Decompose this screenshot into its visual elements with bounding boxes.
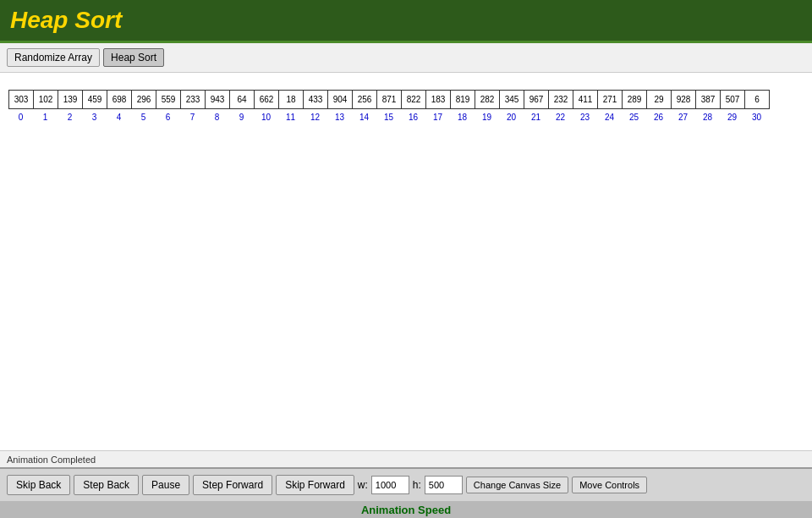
bottom-controls: Skip Back Step Back Pause Step Forward S… xyxy=(0,467,812,501)
array-value-cell: 139 xyxy=(58,91,83,109)
array-value-cell: 233 xyxy=(181,91,206,109)
animation-speed-label: Animation Speed xyxy=(361,504,451,516)
array-value-cell: 698 xyxy=(107,91,132,109)
array-index-cell: 7 xyxy=(180,109,205,124)
main-canvas: 3031021394596982965592339436466218433904… xyxy=(0,73,812,450)
array-value-cell: 64 xyxy=(230,91,255,109)
array-value-cell: 102 xyxy=(34,91,58,109)
move-controls-button[interactable]: Move Controls xyxy=(572,477,647,493)
toolbar: Randomize Array Heap Sort xyxy=(0,43,812,73)
array-index-cell: 20 xyxy=(499,109,524,124)
array-index-cell: 1 xyxy=(33,109,58,124)
array-index-cell: 0 xyxy=(8,109,33,124)
width-input[interactable] xyxy=(371,476,409,494)
array-value-cell: 411 xyxy=(573,91,598,109)
status-message: Animation Completed xyxy=(7,455,96,465)
array-index-cell: 29 xyxy=(720,109,744,124)
array-value-cell: 822 xyxy=(402,91,426,109)
array-index-cell: 12 xyxy=(303,109,327,124)
array-index-cell: 13 xyxy=(327,109,352,124)
header: Heap Sort xyxy=(0,0,812,43)
array-value-cell: 967 xyxy=(524,91,549,109)
change-canvas-button[interactable]: Change Canvas Size xyxy=(466,477,568,493)
height-input[interactable] xyxy=(425,476,463,494)
array-value-cell: 433 xyxy=(304,91,328,109)
array-value-cell: 387 xyxy=(696,91,721,109)
width-label: w: xyxy=(358,479,368,491)
array-display: 3031021394596982965592339436466218433904… xyxy=(8,90,770,124)
array-value-cell: 289 xyxy=(623,91,647,109)
array-value-cell: 303 xyxy=(9,91,34,109)
array-value-cell: 29 xyxy=(647,91,672,109)
array-index-cell: 16 xyxy=(401,109,425,124)
canvas-size-controls: w: h: Change Canvas Size Move Controls xyxy=(358,476,647,494)
array-index-cell: 9 xyxy=(229,109,254,124)
array-value-cell: 943 xyxy=(206,91,230,109)
randomize-array-button[interactable]: Randomize Array xyxy=(7,48,100,67)
array-value-cell: 507 xyxy=(721,91,745,109)
array-value-cell: 662 xyxy=(255,91,279,109)
skip-forward-button[interactable]: Skip Forward xyxy=(276,475,354,495)
array-index-cell: 14 xyxy=(352,109,376,124)
array-value-cell: 459 xyxy=(83,91,107,109)
array-value-cell: 296 xyxy=(132,91,156,109)
pause-button[interactable]: Pause xyxy=(142,475,189,495)
array-values-row: 3031021394596982965592339436466218433904… xyxy=(8,90,770,109)
animation-speed-bar: Animation Speed xyxy=(0,501,812,518)
array-value-cell: 256 xyxy=(353,91,377,109)
array-index-cell: 2 xyxy=(58,109,82,124)
status-bar: Animation Completed xyxy=(0,450,812,467)
array-index-cell: 22 xyxy=(548,109,573,124)
array-value-cell: 282 xyxy=(475,91,500,109)
array-value-cell: 559 xyxy=(156,91,181,109)
array-index-cell: 8 xyxy=(205,109,229,124)
array-index-cell: 25 xyxy=(622,109,646,124)
array-value-cell: 345 xyxy=(500,91,524,109)
array-index-cell: 15 xyxy=(376,109,401,124)
array-value-cell: 871 xyxy=(377,91,402,109)
skip-back-button[interactable]: Skip Back xyxy=(7,475,70,495)
array-index-cell: 17 xyxy=(425,109,450,124)
step-forward-button[interactable]: Step Forward xyxy=(193,475,272,495)
array-index-cell: 10 xyxy=(254,109,278,124)
array-index-cell: 4 xyxy=(107,109,131,124)
array-value-cell: 18 xyxy=(279,91,304,109)
array-index-cell: 19 xyxy=(475,109,499,124)
array-index-cell: 27 xyxy=(671,109,695,124)
array-index-cell: 6 xyxy=(156,109,180,124)
array-value-cell: 183 xyxy=(426,91,451,109)
height-label: h: xyxy=(413,479,421,491)
array-indices-row: 0123456789101112131415161718192021222324… xyxy=(8,109,770,124)
array-index-cell: 24 xyxy=(597,109,622,124)
array-index-cell: 21 xyxy=(524,109,548,124)
array-value-cell: 819 xyxy=(451,91,475,109)
array-index-cell: 26 xyxy=(646,109,671,124)
step-back-button[interactable]: Step Back xyxy=(74,475,139,495)
heap-sort-button[interactable]: Heap Sort xyxy=(103,48,164,67)
array-value-cell: 928 xyxy=(672,91,696,109)
array-value-cell: 904 xyxy=(328,91,353,109)
array-index-cell: 18 xyxy=(450,109,475,124)
array-index-cell: 3 xyxy=(82,109,107,124)
array-index-cell: 11 xyxy=(278,109,303,124)
array-index-cell: 28 xyxy=(695,109,720,124)
array-value-cell: 271 xyxy=(598,91,623,109)
array-value-cell: 6 xyxy=(745,91,770,109)
array-index-cell: 23 xyxy=(573,109,597,124)
page-title: Heap Sort xyxy=(10,7,802,34)
array-index-cell: 30 xyxy=(744,109,769,124)
array-value-cell: 232 xyxy=(549,91,573,109)
array-index-cell: 5 xyxy=(131,109,156,124)
